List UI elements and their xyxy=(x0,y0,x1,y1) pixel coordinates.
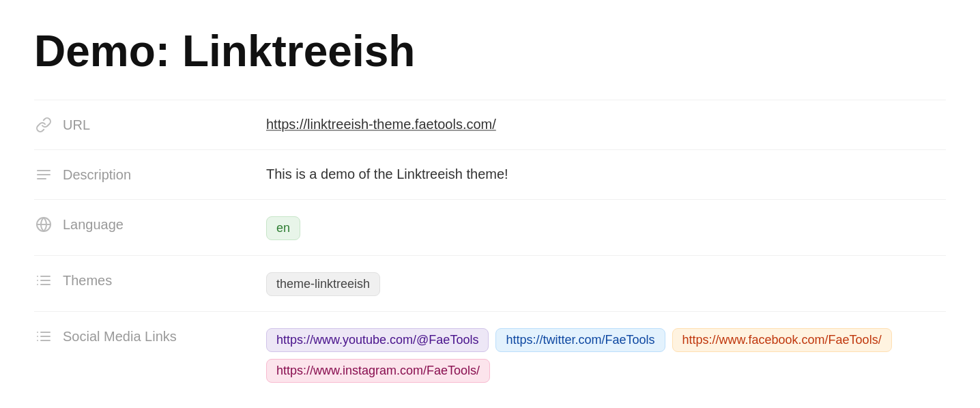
field-label-text-themes: Themes xyxy=(63,273,112,289)
text-icon xyxy=(34,165,53,184)
field-label-description: Description xyxy=(34,165,266,184)
field-row-social-media-links: Social Media Linkshttps://www.youtube.co… xyxy=(34,311,946,398)
field-text-description: This is a demo of the Linktreeish theme! xyxy=(266,166,508,182)
field-label-themes: Themes xyxy=(34,271,266,290)
tag-themes-0: theme-linktreeish xyxy=(266,272,380,296)
field-row-language: Languageen xyxy=(34,199,946,255)
field-value-description: This is a demo of the Linktreeish theme! xyxy=(266,165,946,182)
list-icon xyxy=(34,271,53,290)
field-row-themes: Themestheme-linktreeish xyxy=(34,255,946,311)
list-icon xyxy=(34,327,53,346)
globe-icon xyxy=(34,215,53,234)
tag-social-media-links-2: https://www.facebook.com/FaeTools/ xyxy=(672,328,892,352)
field-label-text-social-media-links: Social Media Links xyxy=(63,329,177,345)
field-value-url[interactable]: https://linktreeish-theme.faetools.com/ xyxy=(266,115,946,132)
field-value-language: en xyxy=(266,215,946,240)
tag-language-0: en xyxy=(266,216,300,240)
field-label-social-media-links: Social Media Links xyxy=(34,327,266,346)
field-label-text-url: URL xyxy=(63,117,90,133)
field-link-url[interactable]: https://linktreeish-theme.faetools.com/ xyxy=(266,117,496,132)
link-icon xyxy=(34,115,53,134)
field-row-description: DescriptionThis is a demo of the Linktre… xyxy=(34,149,946,199)
tag-social-media-links-3: https://www.instagram.com/FaeTools/ xyxy=(266,359,490,383)
tag-social-media-links-0: https://www.youtube.com/@FaeTools xyxy=(266,328,489,352)
tag-social-media-links-1: https://twitter.com/FaeTools xyxy=(495,328,665,352)
field-label-text-language: Language xyxy=(63,217,124,233)
field-label-language: Language xyxy=(34,215,266,234)
fields-container: URLhttps://linktreeish-theme.faetools.co… xyxy=(34,100,946,398)
field-label-text-description: Description xyxy=(63,167,131,183)
field-row-url: URLhttps://linktreeish-theme.faetools.co… xyxy=(34,100,946,149)
field-value-themes: theme-linktreeish xyxy=(266,271,946,296)
field-label-url: URL xyxy=(34,115,266,134)
page-title: Demo: Linktreeish xyxy=(34,27,946,75)
field-value-social-media-links: https://www.youtube.com/@FaeToolshttps:/… xyxy=(266,327,946,383)
